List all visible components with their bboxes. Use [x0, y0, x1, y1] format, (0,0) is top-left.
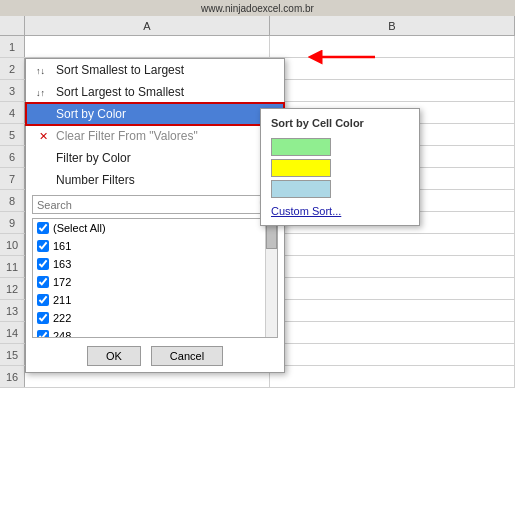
- sort-desc-label: Sort Largest to Smallest: [56, 85, 184, 99]
- row-num: 6: [0, 146, 25, 167]
- row-num: 4: [0, 102, 25, 123]
- item-248-label: 248: [53, 330, 71, 338]
- color-swatch-blue[interactable]: [271, 180, 331, 198]
- svg-text:↑↓: ↑↓: [36, 66, 45, 76]
- color-swatch-yellow[interactable]: [271, 159, 331, 177]
- grid-cell[interactable]: [25, 36, 270, 57]
- row-num: 14: [0, 322, 25, 343]
- row-num: 5: [0, 124, 25, 145]
- list-item[interactable]: 248: [33, 327, 265, 338]
- row-num: 3: [0, 80, 25, 101]
- row-num: 12: [0, 278, 25, 299]
- grid-cell[interactable]: [270, 278, 515, 299]
- row-num: 13: [0, 300, 25, 321]
- grid-cell[interactable]: [270, 344, 515, 365]
- search-box[interactable]: 🔍: [32, 195, 278, 214]
- list-item[interactable]: 211: [33, 291, 265, 309]
- color-swatch-green[interactable]: [271, 138, 331, 156]
- url-bar: www.ninjadoexcel.com.br: [0, 0, 515, 16]
- grid-cell[interactable]: [270, 366, 515, 387]
- col-b-header: B: [270, 16, 515, 36]
- row-num: 10: [0, 234, 25, 255]
- sort-asc-icon: ↑↓: [34, 63, 52, 77]
- grid-cell[interactable]: [270, 322, 515, 343]
- row-num-header: [0, 16, 25, 36]
- item-248-checkbox[interactable]: [37, 330, 49, 338]
- spreadsheet: www.ninjadoexcel.com.br A B 1 2 3 4: [0, 0, 515, 506]
- search-input[interactable]: [33, 197, 255, 213]
- list-item[interactable]: 161: [33, 237, 265, 255]
- row-num: 15: [0, 344, 25, 365]
- filter-by-color-item[interactable]: Filter by Color ▶: [26, 147, 284, 169]
- row-num: 9: [0, 212, 25, 233]
- list-item[interactable]: 172: [33, 273, 265, 291]
- item-211-checkbox[interactable]: [37, 294, 49, 306]
- row-num: 16: [0, 366, 25, 387]
- number-filters-label: Number Filters: [56, 173, 135, 187]
- item-211-label: 211: [53, 294, 71, 306]
- col-a-header: A: [25, 16, 270, 36]
- list-item[interactable]: 163: [33, 255, 265, 273]
- row-num: 7: [0, 168, 25, 189]
- row-num: 8: [0, 190, 25, 211]
- sort-by-color-item[interactable]: Sort by Color ▶: [26, 103, 284, 125]
- sort-by-color-submenu: Sort by Cell Color Custom Sort...: [260, 108, 420, 226]
- grid-cell[interactable]: [270, 80, 515, 101]
- submenu-title: Sort by Cell Color: [267, 115, 413, 135]
- clear-filter-label: Clear Filter From "Valores": [56, 129, 198, 143]
- sort-by-color-label: Sort by Color: [56, 107, 126, 121]
- table-row: 1: [0, 36, 515, 58]
- sort-asc-item[interactable]: ↑↓ Sort Smallest to Largest: [26, 59, 284, 81]
- sort-asc-label: Sort Smallest to Largest: [56, 63, 184, 77]
- checkbox-list[interactable]: (Select All) 161 163 172 211: [32, 218, 278, 338]
- item-222-label: 222: [53, 312, 71, 324]
- item-163-checkbox[interactable]: [37, 258, 49, 270]
- list-item[interactable]: 222: [33, 309, 265, 327]
- filter-by-color-label: Filter by Color: [56, 151, 131, 165]
- item-163-label: 163: [53, 258, 71, 270]
- row-num: 2: [0, 58, 25, 79]
- item-172-label: 172: [53, 276, 71, 288]
- sort-desc-icon: ↓↑: [34, 85, 52, 99]
- red-arrow-indicator: [305, 45, 385, 69]
- number-filters-item[interactable]: Number Filters ▶: [26, 169, 284, 191]
- url-text: www.ninjadoexcel.com.br: [201, 3, 314, 14]
- clear-filter-icon: ✕: [34, 130, 52, 143]
- custom-sort-link[interactable]: Custom Sort...: [267, 201, 413, 219]
- grid-cell[interactable]: [270, 234, 515, 255]
- item-172-checkbox[interactable]: [37, 276, 49, 288]
- scrollbar-track[interactable]: [265, 219, 277, 337]
- row-num: 11: [0, 256, 25, 277]
- item-222-checkbox[interactable]: [37, 312, 49, 324]
- ok-button[interactable]: OK: [87, 346, 141, 366]
- clear-filter-item[interactable]: ✕ Clear Filter From "Valores": [26, 125, 284, 147]
- grid-cell[interactable]: [270, 256, 515, 277]
- list-item[interactable]: (Select All): [33, 219, 265, 237]
- svg-text:↓↑: ↓↑: [36, 88, 45, 98]
- cancel-button[interactable]: Cancel: [151, 346, 223, 366]
- row-num: 1: [0, 36, 25, 57]
- filter-dropdown-menu: ↑↓ Sort Smallest to Largest ↓↑ Sort Larg…: [25, 58, 285, 373]
- grid-cell[interactable]: [270, 300, 515, 321]
- sort-desc-item[interactable]: ↓↑ Sort Largest to Smallest: [26, 81, 284, 103]
- select-all-checkbox[interactable]: [37, 222, 49, 234]
- column-headers: A B: [0, 16, 515, 36]
- item-161-checkbox[interactable]: [37, 240, 49, 252]
- dialog-button-row: OK Cancel: [26, 340, 284, 372]
- item-161-label: 161: [53, 240, 71, 252]
- select-all-label: (Select All): [53, 222, 106, 234]
